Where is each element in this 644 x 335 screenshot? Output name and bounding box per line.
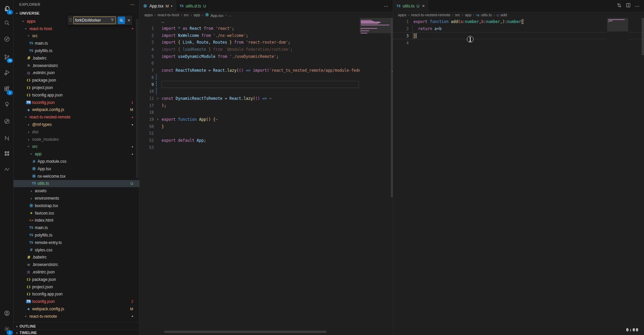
code-line-4[interactable]: 4 <box>393 39 644 46</box>
breadcrumb-item-add[interactable]: ◇add <box>497 13 507 17</box>
git-graph-icon[interactable] <box>1 115 13 127</box>
code-line-19[interactable]: 19›export function App() {⋯ <box>140 116 393 123</box>
code-line-1[interactable]: 1export function add(a:number,b:number,)… <box>393 18 644 25</box>
tree-item-dist[interactable]: ›dist <box>14 128 139 136</box>
tree-item-src[interactable]: ›src <box>14 32 139 40</box>
settings-gear-icon[interactable]: 1 <box>1 323 13 335</box>
code-line-9[interactable]: 9 <box>140 81 393 88</box>
tab-utils.d.ts[interactable]: TSutils.d.tsU <box>176 0 210 12</box>
code-editor-utils-ts[interactable]: 1export function add(a:number,b:number,)… <box>393 18 644 335</box>
find-input[interactable]: forkDtsWorker <box>73 17 116 24</box>
inspect-icon[interactable] <box>1 33 13 45</box>
minimap[interactable] <box>360 18 391 335</box>
tree-item-assets[interactable]: ›assets <box>14 187 139 195</box>
tree-item-styles.css[interactable]: #styles.css <box>14 246 139 254</box>
tree-item-tsconfig.app.json[interactable]: {}tsconfig.app.json <box>14 91 139 99</box>
tree-item-App.module.css[interactable]: #App.module.css <box>14 158 139 165</box>
tree-item-utils.ts[interactable]: TSutils.tsU <box>14 180 139 187</box>
tree-item-project.json[interactable]: {}project.json <box>14 283 139 291</box>
breadcrumb-item-app[interactable]: app <box>465 13 471 17</box>
more-actions-icon[interactable]: ⋯ <box>635 3 640 9</box>
tree-item-@mf-types[interactable]: ›@mf-types● <box>14 121 139 128</box>
tree-item-.babelrc[interactable]: B.babelrc <box>14 254 139 261</box>
test-tree-icon[interactable] <box>1 98 13 110</box>
tree-item-tsconfig.json[interactable]: TStsconfig.json1 <box>14 99 139 106</box>
tree-item-.browserslistrc[interactable]: ≡.browserslistrc <box>14 261 139 268</box>
filter-on-type-button[interactable] <box>118 17 125 24</box>
breadcrumb-item-apps[interactable]: apps <box>144 13 153 17</box>
tree-item-environments[interactable]: ›environments <box>14 195 139 202</box>
breadcrumb-item-react-ts-host[interactable]: react-ts-host <box>158 13 179 17</box>
horizontal-scrollbar[interactable] <box>164 331 326 333</box>
tab-utils.ts[interactable]: TSutils.tsU× <box>393 0 428 12</box>
vertical-scrollbar[interactable] <box>391 18 393 197</box>
run-debug-icon[interactable] <box>1 66 13 78</box>
tree-item-react-ts-host[interactable]: ›react-ts-host● <box>14 25 139 32</box>
tree-item-project.json[interactable]: {}project.json <box>14 84 139 91</box>
tree-item-tsconfig.app.json[interactable]: {}tsconfig.app.json <box>14 290 139 298</box>
sidebar-scrollbar[interactable] <box>136 19 139 178</box>
compare-changes-icon[interactable] <box>617 3 622 9</box>
tree-item-nx-welcome.tsx[interactable]: nx-welcome.tsx <box>14 173 139 180</box>
outline-section-header[interactable]: › OUTLINE <box>14 322 139 330</box>
tree-item-main.ts[interactable]: TSmain.ts <box>14 224 139 231</box>
explorer-more-actions-icon[interactable]: ⋯ <box>130 2 135 7</box>
fold-chevron-icon[interactable]: › <box>154 117 162 121</box>
vertical-scrollbar[interactable] <box>642 18 644 55</box>
code-line-6[interactable]: 6 <box>140 60 393 67</box>
tree-item-polyfills.ts[interactable]: TSpolyfills.ts <box>14 231 139 239</box>
close-icon[interactable]: × <box>422 3 425 8</box>
tree-item-App.tsx[interactable]: App.tsx <box>14 165 139 173</box>
breadcrumb-item-...[interactable]: ... <box>228 13 232 17</box>
tree-item-webpack.config.js[interactable]: ◈webpack.config.jsM <box>14 305 139 313</box>
code-line-3[interactable]: 3import { Link, Route, Routes } from 're… <box>140 39 393 46</box>
breadcrumb-item-app[interactable]: app <box>194 13 200 17</box>
tree-item-index.html[interactable]: <>index.html <box>14 217 139 224</box>
waves-icon[interactable] <box>1 163 13 175</box>
code-line-18[interactable]: 18 <box>140 109 393 116</box>
code-line-2[interactable]: 2import NxWelcome from './nx-welcome'; <box>140 32 393 39</box>
code-line-52[interactable]: 52export default App; <box>140 137 393 144</box>
tree-item-webpack.config.js[interactable]: ◈webpack.config.jsM <box>14 106 139 114</box>
account-icon[interactable] <box>1 307 13 319</box>
tree-item-.eslintrc.json[interactable]: ◎.eslintrc.json <box>14 268 139 276</box>
code-line-5[interactable]: 5import useDynamicModule from './useDyna… <box>140 53 393 60</box>
tree-item-react-ts-nested-remote[interactable]: ›react-ts-nested-remote● <box>14 113 139 121</box>
source-control-icon[interactable]: 38 <box>1 51 13 63</box>
code-line-17[interactable]: 17); <box>140 102 393 109</box>
breadcrumb-item-src[interactable]: src <box>184 13 189 17</box>
code-line-hint[interactable]: … <box>140 18 393 25</box>
tree-item-.browserslistrc[interactable]: ≡.browserslistrc <box>14 62 139 69</box>
search-icon[interactable] <box>1 17 13 28</box>
breadcrumb-item-utils.ts[interactable]: TSutils.ts <box>476 13 492 17</box>
fold-chevron-icon[interactable]: › <box>154 96 162 100</box>
tree-item-package.json[interactable]: {}package.json <box>14 76 139 84</box>
code-line-3[interactable]: 3} <box>393 32 644 39</box>
timeline-section-header[interactable]: › TIMELINE <box>14 330 139 335</box>
tree-item-polyfills.ts[interactable]: TSpolyfills.ts <box>14 47 139 54</box>
code-line-8[interactable]: 8 <box>140 74 393 81</box>
tree-item-tsconfig.json[interactable]: TStsconfig.json2 <box>14 298 139 305</box>
code-line-10[interactable]: 10 <box>140 88 393 95</box>
grid-icon[interactable] <box>1 148 13 159</box>
code-line-7[interactable]: 7const ReactTsRemote = React.lazy(() => … <box>140 67 393 74</box>
editor-more-actions-icon[interactable]: ⋯ <box>384 3 389 9</box>
tree-item-bootstrap.tsx[interactable]: bootstrap.tsx <box>14 202 139 209</box>
tree-item-app[interactable]: ›app● <box>14 150 139 158</box>
tree-item-node_modules[interactable]: ›node_modules <box>14 136 139 143</box>
breadcrumb-item-App.tsx[interactable]: App.tsx <box>205 13 223 18</box>
tree-item-remote-entry.ts[interactable]: TSremote-entry.ts <box>14 239 139 246</box>
code-line-50[interactable]: 50} <box>140 123 393 130</box>
breadcrumb-item-apps[interactable]: apps <box>398 13 406 17</box>
breadcrumb-item-src[interactable]: src <box>455 13 460 17</box>
explorer-icon[interactable]: 1 <box>1 3 13 14</box>
split-editor-icon[interactable] <box>626 3 631 9</box>
code-line-4[interactable]: 4import { loadRemote } from '@module-fed… <box>140 46 393 53</box>
code-line-11[interactable]: 11›const DynamicReactTsRemote = React.la… <box>140 95 393 102</box>
find-close-icon[interactable]: × <box>127 18 130 23</box>
tree-item-.eslintrc.json[interactable]: ◎.eslintrc.json <box>14 69 139 77</box>
tree-item-react-ts-remote[interactable]: ›react-ts-remote● <box>14 313 139 320</box>
drag-grip-icon[interactable] <box>69 17 72 23</box>
extensions-icon[interactable]: 3 <box>1 83 13 95</box>
tree-item-src[interactable]: ›src● <box>14 143 139 151</box>
